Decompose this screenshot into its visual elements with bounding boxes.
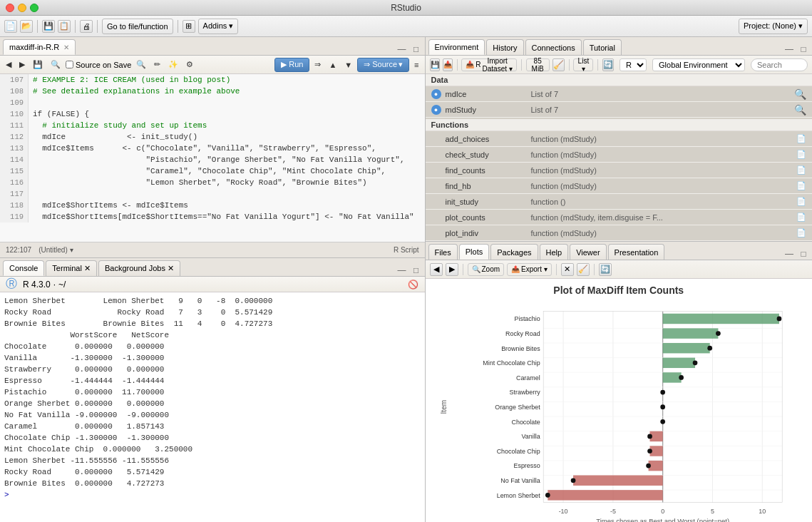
env-func-view-icon[interactable]: 📄 [796,213,806,222]
tab-environment[interactable]: Environment [428,39,485,55]
line-number: 117 [0,188,29,200]
source-on-save-label[interactable]: Source on Save [66,61,131,69]
run-button[interactable]: ▶ Run [274,58,309,72]
code-save-icon[interactable]: 💾 [30,58,46,72]
save-icon[interactable]: 💾 [42,20,55,33]
env-refresh-icon[interactable]: 🔄 [602,58,614,71]
project-button[interactable]: Project: (None) ▾ [739,19,808,34]
maximize-button[interactable] [30,4,38,12]
editor-minimize-btn[interactable]: — [396,44,408,55]
editor-maximize-btn[interactable]: □ [411,44,422,55]
env-view-icon[interactable]: 🔍 [794,104,806,116]
tab-connections[interactable]: Connections [525,39,582,55]
run-up-button[interactable]: ▲ [326,58,339,72]
editor-more-button[interactable]: ≡ [411,58,421,72]
env-maximize-btn[interactable]: □ [798,44,809,55]
env-function-row[interactable]: check_study function (mdStudy) 📄 [426,147,813,163]
svg-text:Pistachio: Pistachio [514,315,540,322]
env-func-name: plot_indiv [446,229,531,237]
zoom-button[interactable]: 🔍 Zoom [468,263,505,276]
env-function-row[interactable]: init_study function () 📄 [426,194,813,210]
tab-help[interactable]: Help [540,244,569,260]
line-code: "Pistachio", "Orange Sherbet", "No Fat V… [29,154,405,165]
find-button[interactable]: 🔍 [48,58,63,72]
env-minimize-btn[interactable]: — [783,44,795,55]
plot-refresh-icon[interactable]: 🔄 [599,263,612,276]
console-minimize-btn[interactable]: — [396,265,408,276]
env-function-row[interactable]: add_choices function (mdStudy) 📄 [426,131,813,147]
env-toolbar-sep-4 [597,59,598,71]
run-all-button[interactable]: ⇒ [312,58,324,72]
env-function-row[interactable]: find_counts function (mdStudy) 📄 [426,163,813,178]
code-magic-button[interactable]: ✨ [165,58,181,72]
addins-button[interactable]: Addins ▾ [198,19,239,34]
env-import-icon[interactable]: 📥 [443,58,453,71]
plot-maximize-btn[interactable]: □ [798,248,809,260]
console-tabs: Console Terminal ✕ Background Jobs ✕ — □ [0,258,425,277]
env-search-input[interactable] [751,58,808,71]
env-save-icon[interactable]: 💾 [430,58,440,71]
tab-files[interactable]: Files [428,244,458,260]
source-on-save-checkbox[interactable] [66,61,73,68]
memory-button[interactable]: 85 MiB [526,58,550,71]
svg-text:Vanilla: Vanilla [521,433,540,440]
plot-back-icon[interactable]: ◀ [430,263,443,276]
code-search-button[interactable]: 🔍 [133,58,149,72]
import-dataset-button[interactable]: 📥 R Import Dataset ▾ [461,58,517,71]
new-file-icon[interactable]: 📄 [4,20,17,33]
env-function-row[interactable]: plot_indiv function (mdStudy) 📄 [426,225,813,241]
env-view-icon[interactable]: 🔍 [794,88,806,100]
code-format-button[interactable]: ✏ [151,58,163,72]
run-down-button[interactable]: ▼ [341,58,355,72]
save-all-icon[interactable]: 📋 [58,20,71,33]
env-func-view-icon[interactable]: 📄 [796,134,806,143]
tab-background-jobs[interactable]: Background Jobs ✕ [98,260,180,276]
plot-forward-icon[interactable]: ▶ [446,263,458,276]
env-function-row[interactable]: plot_counts function (mdStudy, item.disg… [426,210,813,225]
env-func-view-icon[interactable]: 📄 [796,228,806,237]
plot-clear-icon[interactable]: 🧹 [577,263,590,276]
export-button[interactable]: 📤 Export ▾ [507,263,552,276]
editor-tab-close[interactable]: ✕ [63,44,69,51]
env-data-row[interactable]: ● mdIce List of 7 🔍 [426,86,813,102]
source-button[interactable]: ⇒ Source ▾ [357,58,409,72]
minimize-button[interactable] [18,4,26,12]
code-compile-button[interactable]: ⚙ [183,58,196,72]
layout-icon[interactable]: ⊞ [183,20,195,33]
open-file-icon[interactable]: 📂 [20,20,33,33]
env-func-view-icon[interactable]: 📄 [796,165,806,175]
env-clean-icon[interactable]: 🧹 [553,58,565,71]
plot-minimize-btn[interactable]: — [783,248,795,260]
tab-terminal[interactable]: Terminal ✕ [46,260,97,276]
env-function-row[interactable]: find_hb function (mdStudy) 📄 [426,178,813,194]
tab-console[interactable]: Console [3,260,44,276]
tab-tutorial[interactable]: Tutorial [583,39,622,55]
tab-presentation[interactable]: Presentation [608,244,665,260]
env-func-view-icon[interactable]: 📄 [796,150,806,159]
left-panel: maxdiff-in-R.R ✕ — □ ◀ ▶ 💾 🔍 Source on S… [0,37,426,522]
close-button[interactable] [6,4,14,12]
console-clear-btn[interactable]: 🚫 [408,279,419,290]
global-env-select[interactable]: Global Environment ▾ [652,58,745,71]
console-content[interactable]: Lemon Sherbet Lemon Sherbet 9 0 -8 0.000… [0,292,425,522]
env-func-view-icon[interactable]: 📄 [796,181,806,190]
env-func-view-icon[interactable]: 📄 [796,197,806,206]
plot-delete-icon[interactable]: ✕ [561,263,574,276]
tab-viewer[interactable]: Viewer [570,244,606,260]
back-button[interactable]: ◀ [3,58,14,72]
tab-packages[interactable]: Packages [490,244,538,260]
tab-history[interactable]: History [486,39,523,55]
svg-point-25 [692,360,697,365]
editor-tab-active[interactable]: maxdiff-in-R.R ✕ [3,39,76,55]
forward-button[interactable]: ▶ [16,58,28,72]
editor-content[interactable]: 107# EXAMPLE 2: ICE CREAM (used in blog … [0,74,425,242]
tab-plots[interactable]: Plots [459,244,489,260]
svg-rect-53 [573,476,663,486]
env-data-row[interactable]: ● mdStudy List of 7 🔍 [426,102,813,118]
env-toolbar-sep-3 [569,59,570,71]
console-maximize-btn[interactable]: □ [411,265,422,276]
list-view-button[interactable]: List ▾ [573,58,593,71]
print-icon[interactable]: 🖨 [80,20,93,33]
r-version-select[interactable]: R [620,58,647,71]
go-to-file-button[interactable]: Go to file/function [102,19,173,34]
